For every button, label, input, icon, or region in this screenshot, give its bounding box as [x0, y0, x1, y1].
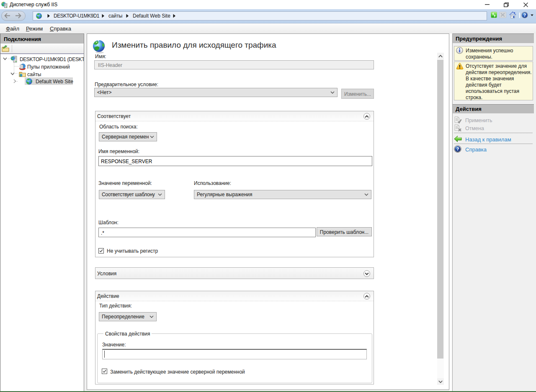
- svg-text:?: ?: [456, 146, 459, 151]
- svg-text:?: ?: [523, 13, 526, 18]
